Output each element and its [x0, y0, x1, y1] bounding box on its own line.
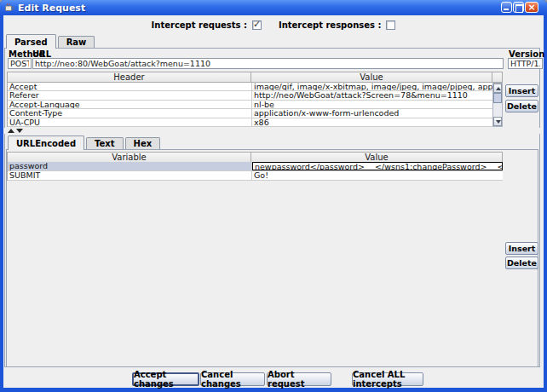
header-row[interactable]: Accept-Language nl-be [8, 101, 492, 109]
split-divider[interactable] [4, 128, 540, 134]
scroll-down-icon[interactable] [493, 117, 502, 126]
header-row[interactable]: Accept image/gif, image/x-xbitmap, image… [8, 83, 492, 91]
header-name-cell[interactable]: UA-CPU [8, 118, 252, 126]
header-row[interactable]: UA-CPU x86 [8, 118, 492, 127]
headers-insert-button[interactable]: Insert [505, 84, 538, 97]
headers-scrollbar[interactable] [492, 83, 503, 127]
titlebar[interactable]: Edit Request × [0, 0, 547, 15]
edit-request-window: Edit Request × Intercept requests : ✓ In… [0, 0, 547, 392]
intercept-requests-label: Intercept requests : [152, 20, 247, 30]
split-collapse-down-icon[interactable] [16, 129, 23, 133]
intercept-requests-checkbox[interactable]: ✓ [252, 20, 262, 30]
checkmark-icon: ✓ [253, 19, 261, 30]
url-field[interactable] [32, 58, 504, 69]
header-name-cell[interactable]: Accept [8, 83, 252, 90]
header-name-cell[interactable]: Accept-Language [8, 101, 252, 108]
tab-parsed[interactable]: Parsed [6, 34, 56, 49]
minimize-button[interactable] [501, 2, 512, 13]
header-value-cell[interactable]: image/gif, image/x-xbitmap, image/jpeg, … [252, 83, 492, 90]
header-value-cell[interactable]: application/x-www-form-urlencoded [252, 109, 492, 117]
view-tabstrip: Parsed Raw [6, 33, 95, 48]
cancel-changes-button[interactable]: Cancel changes [200, 372, 265, 386]
tab-text[interactable]: Text [86, 137, 124, 149]
param-variable-cell[interactable]: password [8, 162, 252, 170]
param-variable-cell[interactable]: SUBMIT [8, 171, 252, 180]
app-coffee-cup-icon [4, 3, 14, 13]
header-value-cell[interactable]: http://neo/WebGoat/attack?Screen=78&menu… [252, 91, 492, 99]
header-name-cell[interactable]: Referer [8, 91, 252, 99]
header-value-cell[interactable]: nl-be [252, 101, 492, 108]
intercept-toolbar: Intercept requests : ✓ Intercept respons… [3, 18, 544, 32]
intercept-responses-checkbox[interactable] [386, 20, 395, 30]
param-value-cell[interactable]: newpassword</password> </wsns1:changePas… [252, 162, 503, 170]
headers-delete-button[interactable]: Delete [505, 100, 538, 112]
param-row[interactable]: password newpassword</password> </wsns1:… [8, 162, 503, 171]
body-tabstrip: URLEncoded Text Hex [8, 135, 160, 149]
cancel-all-intercepts-button[interactable]: Cancel ALL intercepts [352, 372, 423, 386]
params-insert-button[interactable]: Insert [505, 242, 538, 255]
window-title: Edit Request [18, 3, 85, 14]
params-table-body: password newpassword</password> </wsns1:… [7, 162, 503, 181]
param-value-cell[interactable]: Go! [252, 171, 503, 180]
header-name-cell[interactable]: Content-Type [8, 109, 252, 117]
split-collapse-up-icon[interactable] [8, 129, 14, 133]
urlencoded-tab-panel [6, 149, 538, 367]
scroll-up-icon[interactable] [493, 84, 502, 93]
window-content: Intercept requests : ✓ Intercept respons… [3, 15, 544, 388]
tab-raw[interactable]: Raw [58, 36, 95, 48]
tab-urlencoded[interactable]: URLEncoded [8, 135, 84, 150]
headers-table-body: Accept image/gif, image/x-xbitmap, image… [7, 83, 492, 127]
header-column-header[interactable]: Header [7, 72, 251, 83]
accept-changes-button[interactable]: Accept changes [132, 372, 199, 386]
abort-request-button[interactable]: Abort request [267, 372, 331, 386]
scrollbar-thumb[interactable] [493, 93, 502, 103]
intercept-responses-label: Intercept responses : [279, 20, 381, 30]
header-row[interactable]: Referer http://neo/WebGoat/attack?Screen… [8, 91, 492, 100]
value-column-header[interactable]: Value [251, 72, 492, 83]
maximize-button[interactable] [513, 2, 524, 13]
method-field[interactable] [8, 58, 32, 69]
version-field[interactable] [508, 58, 543, 69]
header-value-cell[interactable]: x86 [252, 118, 492, 126]
tab-hex[interactable]: Hex [125, 137, 161, 149]
params-delete-button[interactable]: Delete [505, 257, 538, 269]
headers-table-header: Header Value [7, 72, 503, 83]
header-filler-cell [492, 72, 503, 83]
header-row[interactable]: Content-Type application/x-www-form-urle… [8, 109, 492, 118]
close-button[interactable]: × [525, 2, 538, 13]
param-row[interactable]: SUBMIT Go! [8, 171, 503, 181]
